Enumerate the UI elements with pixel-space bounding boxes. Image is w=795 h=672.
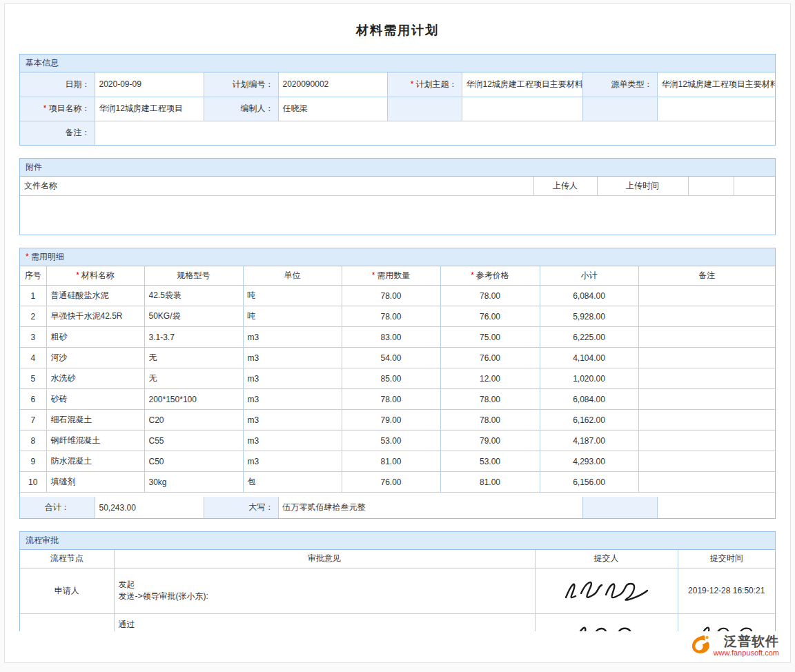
source-type-field[interactable]: 华润12城房建工程项目主要材料 xyxy=(657,72,775,97)
table-cell: 粗砂 xyxy=(46,327,144,348)
table-cell: 5,928.00 xyxy=(540,306,638,327)
table-cell: 4,187.00 xyxy=(540,431,638,451)
approval-opinion-line: 发起 xyxy=(119,579,531,591)
table-cell: 76.00 xyxy=(342,472,440,493)
signature-image xyxy=(558,574,656,606)
table-cell xyxy=(638,472,775,493)
section-basic-info: 基本信息 日期： 2020-09-09 计划编号： 2020090002 *计划… xyxy=(19,54,776,146)
table-cell: 1 xyxy=(20,286,46,306)
approval-signature-cell xyxy=(535,613,678,631)
brand-url[interactable]: www.fanpusoft.com xyxy=(714,649,779,657)
approval-opinion-line: 通过 xyxy=(119,619,531,631)
column-header-spec: 规格型号 xyxy=(144,266,243,286)
date-label: 日期： xyxy=(20,72,95,97)
table-cell: 6,225.00 xyxy=(540,327,638,348)
table-cell: 81.00 xyxy=(342,451,440,472)
approval-row: 通过 xyxy=(20,613,775,631)
required-asterisk: * xyxy=(43,103,47,113)
approval-node: 申请人 xyxy=(20,568,114,613)
table-cell: 砂砖 xyxy=(46,389,144,410)
table-cell: 钢纤维混凝土 xyxy=(46,431,144,451)
footer-brand[interactable]: 泛普软件 www.fanpusoft.com xyxy=(691,634,779,657)
column-header-empty xyxy=(734,177,775,195)
table-cell: 50KG/袋 xyxy=(144,306,243,327)
plan-no-field[interactable]: 2020090002 xyxy=(278,72,387,97)
table-cell: 2 xyxy=(20,306,46,327)
column-header-price: *参考价格 xyxy=(440,266,540,286)
table-cell: 吨 xyxy=(243,306,342,327)
caps-label: 大写： xyxy=(204,497,278,518)
table-cell: 河沙 xyxy=(46,348,144,368)
empty-value-cell xyxy=(657,497,775,518)
table-cell: 78.00 xyxy=(342,389,440,410)
table-cell: 6 xyxy=(20,389,46,410)
table-cell: 78.00 xyxy=(342,306,440,327)
table-cell: 85.00 xyxy=(342,368,440,389)
table-cell xyxy=(638,286,775,306)
table-cell: 53.00 xyxy=(440,451,540,472)
section-title: 需用明细 xyxy=(31,252,64,261)
caps-value: 伍万零贰佰肆拾叁元整 xyxy=(278,497,582,518)
table-row: 1普通硅酸盐水泥42.5袋装吨78.0078.006,084.00 xyxy=(20,286,775,306)
attachments-empty-area xyxy=(20,196,775,235)
table-cell: m3 xyxy=(243,451,342,472)
table-cell: C55 xyxy=(144,431,243,451)
column-header-submitter: 提交人 xyxy=(535,550,678,568)
approval-node xyxy=(20,613,114,631)
partial-signature-image xyxy=(695,619,758,632)
table-cell: 81.00 xyxy=(440,472,540,493)
table-cell: m3 xyxy=(243,348,342,368)
approval-submit-time: 2019-12-28 16:50:21 xyxy=(678,568,775,613)
section-attachments: 附件 文件名称 上传人 上传时间 xyxy=(19,158,776,235)
section-title: 流程审批 xyxy=(26,535,59,545)
details-table: 序号 *材料名称 规格型号 单位 *需用数量 *参考价格 小计 备注 1普通硅酸… xyxy=(20,266,775,493)
table-cell: 3 xyxy=(20,327,46,348)
empty-label-cell xyxy=(582,97,657,121)
subject-field[interactable]: 华润12城房建工程项目主要材料 xyxy=(462,72,582,97)
table-row: 2早强快干水泥42.5R50KG/袋吨78.0076.005,928.00 xyxy=(20,306,775,327)
approval-submit-time-partial xyxy=(678,613,775,631)
column-header-quantity: *需用数量 xyxy=(342,266,440,286)
project-field[interactable]: 华润12城房建工程项目 xyxy=(95,97,204,121)
section-title: 附件 xyxy=(26,162,42,172)
required-asterisk: * xyxy=(26,252,29,261)
table-cell xyxy=(638,306,775,327)
table-cell: 6,162.00 xyxy=(540,410,638,431)
section-details: *需用明细 序号 *材料名称 规格型号 单位 *需用数量 *参考价格 小计 备注 xyxy=(19,248,776,520)
table-cell: 3.1-3.7 xyxy=(144,327,243,348)
author-field[interactable]: 任晓渠 xyxy=(278,97,387,121)
date-field[interactable]: 2020-09-09 xyxy=(95,72,204,97)
column-header-node: 流程节点 xyxy=(20,550,114,568)
table-cell: 30kg xyxy=(144,472,243,493)
total-row: 合计： 50,243.00 大写： 伍万零贰佰肆拾叁元整 xyxy=(20,497,775,518)
table-cell: m3 xyxy=(243,431,342,451)
approval-opinion-line: 发送->领导审批(张小东): xyxy=(119,591,531,602)
table-cell: 4,104.00 xyxy=(540,348,638,368)
column-header-unit: 单位 xyxy=(243,266,342,286)
section-approval-header: 流程审批 xyxy=(20,532,775,550)
remark-field[interactable] xyxy=(95,121,775,145)
table-cell xyxy=(638,327,775,348)
approval-row: 申请人 发起 发送->领导审批(张小东): 2019-12-28 16:50:2… xyxy=(20,568,775,613)
table-cell: 79.00 xyxy=(440,431,540,451)
subject-label: *计划主题： xyxy=(387,72,462,97)
table-cell: 早强快干水泥42.5R xyxy=(46,306,144,327)
table-row: 7细石混凝土C20m379.0078.006,162.00 xyxy=(20,410,775,431)
table-cell: 79.00 xyxy=(342,410,440,431)
column-header-material-name: *材料名称 xyxy=(46,266,144,286)
approval-opinion: 通过 xyxy=(114,613,535,631)
table-row: 4河沙无m354.0076.004,104.00 xyxy=(20,348,775,368)
partial-signature-image xyxy=(569,619,645,632)
table-cell: 53.00 xyxy=(342,431,440,451)
section-details-header: *需用明细 xyxy=(20,248,775,266)
author-label: 编制人： xyxy=(204,97,278,121)
table-cell: 10 xyxy=(20,472,46,493)
empty-value-cell xyxy=(657,97,775,121)
approval-header-row: 流程节点 审批意见 提交人 提交时间 xyxy=(20,550,775,568)
table-cell xyxy=(638,410,775,431)
table-cell: 吨 xyxy=(243,286,342,306)
section-basic-info-header: 基本信息 xyxy=(20,55,775,72)
total-value: 50,243.00 xyxy=(95,497,204,518)
table-cell: 75.00 xyxy=(440,327,540,348)
required-asterisk: * xyxy=(411,79,414,89)
